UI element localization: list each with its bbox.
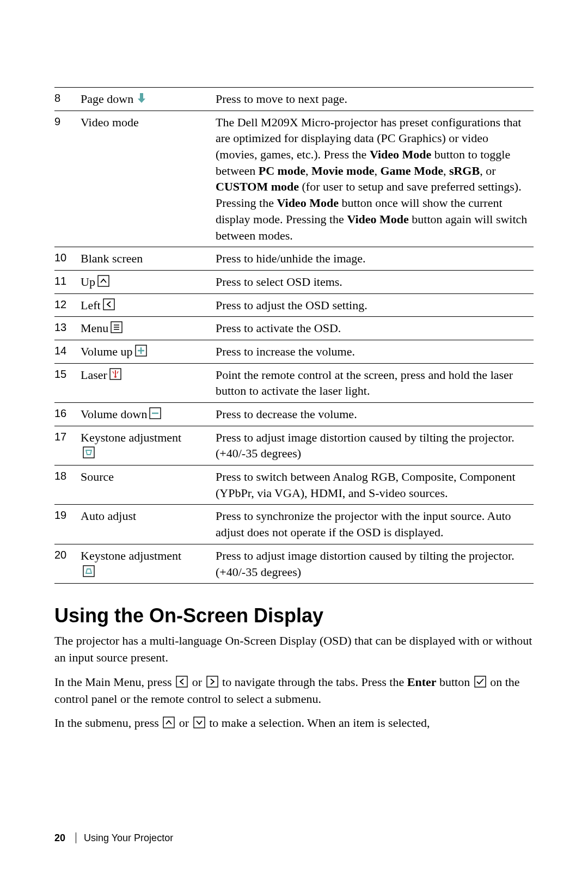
row-name: Source <box>81 465 216 505</box>
row-number: 18 <box>54 465 81 505</box>
table-row: 18SourcePress to switch between Analog R… <box>54 465 534 505</box>
row-name: Keystone adjustment <box>81 544 216 583</box>
box-keystone-down-icon <box>83 446 95 458</box>
row-description: Press to increase the volume. <box>216 340 534 363</box>
row-number: 20 <box>54 544 81 583</box>
svg-rect-2 <box>98 275 109 286</box>
svg-marker-21 <box>86 569 91 573</box>
arrow-down-teal-icon <box>136 92 148 104</box>
svg-rect-0 <box>140 93 143 99</box>
box-left-icon <box>103 298 115 310</box>
box-laser-icon <box>109 368 121 380</box>
table-row: 17Keystone adjustmentPress to adjust ima… <box>54 426 534 465</box>
page-number: 20 <box>54 832 65 843</box>
svg-point-15 <box>114 376 117 378</box>
row-name: Menu <box>81 317 216 340</box>
row-name: Volume up <box>81 340 216 363</box>
table-row: 13Menu Press to activate the OSD. <box>54 317 534 340</box>
row-name: Auto adjust <box>81 505 216 544</box>
row-name: Keystone adjustment <box>81 426 216 465</box>
down-arrow-icon <box>193 716 205 728</box>
box-keystone-up-icon <box>83 565 95 577</box>
svg-marker-1 <box>138 99 145 103</box>
up-arrow-icon <box>163 716 175 728</box>
row-number: 8 <box>54 88 81 111</box>
svg-rect-25 <box>163 717 174 728</box>
row-name: Laser <box>81 363 216 402</box>
table-row: 14Volume up Press to increase the volume… <box>54 340 534 363</box>
remote-buttons-table: 8Page down Press to move to next page.9V… <box>54 87 534 584</box>
box-up-icon <box>97 275 109 287</box>
osd-submenu-paragraph: In the submenu, press or to make a selec… <box>54 715 534 732</box>
row-description: Press to select OSD items. <box>216 270 534 293</box>
right-arrow-icon <box>206 676 218 688</box>
row-number: 17 <box>54 426 81 465</box>
svg-marker-19 <box>86 450 91 455</box>
row-description: Press to adjust the OSD setting. <box>216 293 534 317</box>
box-menu-icon <box>111 321 122 333</box>
table-row: 20Keystone adjustmentPress to adjust ima… <box>54 544 534 583</box>
box-minus-icon <box>149 407 161 419</box>
row-number: 12 <box>54 293 81 317</box>
row-number: 13 <box>54 317 81 340</box>
footer-divider <box>76 832 76 843</box>
row-description: Press to move to next page. <box>216 88 534 111</box>
svg-line-13 <box>113 371 114 373</box>
row-description: Press to adjust image distortion caused … <box>216 544 534 583</box>
left-arrow-icon <box>176 676 188 688</box>
table-row: 9Video modeThe Dell M209X Micro-projecto… <box>54 111 534 247</box>
row-description: Press to hide/unhide the image. <box>216 247 534 271</box>
row-description: Press to synchronize the projector with … <box>216 505 534 544</box>
row-description: Point the remote control at the screen, … <box>216 363 534 402</box>
table-row: 15Laser Point the remote control at the … <box>54 363 534 402</box>
svg-rect-3 <box>103 299 114 310</box>
row-number: 19 <box>54 505 81 544</box>
table-row: 11UpPress to select OSD items. <box>54 270 534 293</box>
table-row: 12LeftPress to adjust the OSD setting. <box>54 293 534 317</box>
row-description: Press to adjust image distortion caused … <box>216 426 534 465</box>
row-name: Page down <box>81 88 216 111</box>
row-name: Up <box>81 270 216 293</box>
table-row: 8Page down Press to move to next page. <box>54 88 534 111</box>
row-name: Left <box>81 293 216 317</box>
row-name: Blank screen <box>81 247 216 271</box>
row-description: Press to decrease the volume. <box>216 403 534 426</box>
row-number: 16 <box>54 403 81 426</box>
row-number: 14 <box>54 340 81 363</box>
row-number: 11 <box>54 270 81 293</box>
row-description: The Dell M209X Micro-projector has prese… <box>216 111 534 247</box>
row-number: 15 <box>54 363 81 402</box>
row-number: 10 <box>54 247 81 271</box>
row-name: Volume down <box>81 403 216 426</box>
svg-rect-18 <box>83 447 94 458</box>
svg-rect-26 <box>194 717 205 728</box>
section-heading: Using the On-Screen Display <box>54 604 534 627</box>
row-name: Video mode <box>81 111 216 247</box>
enter-check-icon <box>474 676 486 688</box>
svg-rect-23 <box>207 676 218 687</box>
table-row: 19Auto adjustPress to synchronize the pr… <box>54 505 534 544</box>
footer-section-title: Using Your Projector <box>84 832 173 843</box>
osd-mainmenu-paragraph: In the Main Menu, press or to navigate t… <box>54 674 534 708</box>
table-row: 10Blank screenPress to hide/unhide the i… <box>54 247 534 271</box>
svg-rect-22 <box>176 676 187 687</box>
svg-rect-24 <box>475 676 486 687</box>
osd-intro-paragraph: The projector has a multi-language On-Sc… <box>54 633 534 666</box>
box-plus-icon <box>135 345 147 357</box>
svg-line-14 <box>117 371 118 373</box>
row-description: Press to activate the OSD. <box>216 317 534 340</box>
page-footer: 20 Using Your Projector <box>54 832 173 844</box>
row-description: Press to switch between Analog RGB, Comp… <box>216 465 534 505</box>
svg-rect-20 <box>83 566 94 577</box>
row-number: 9 <box>54 111 81 247</box>
table-row: 16Volume downPress to decrease the volum… <box>54 403 534 426</box>
